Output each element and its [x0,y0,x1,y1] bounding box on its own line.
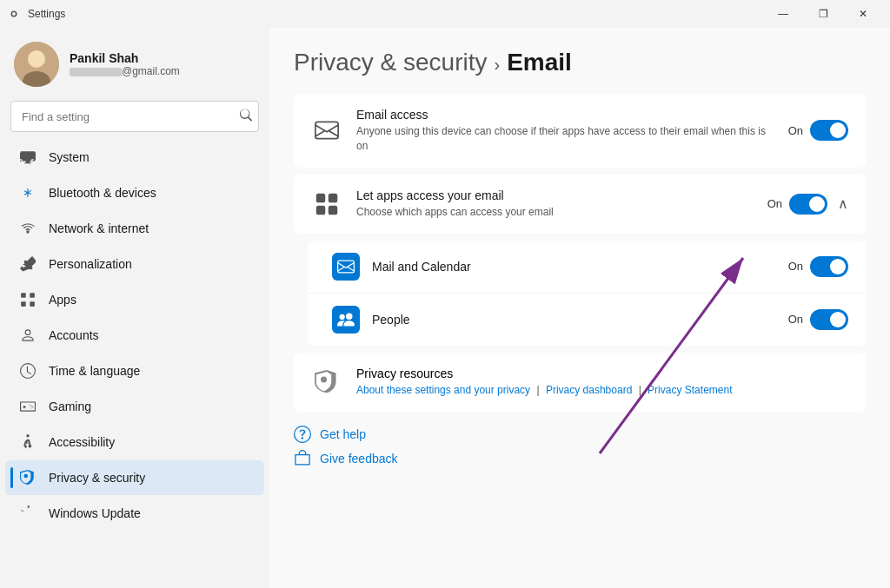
update-icon [19,505,37,522]
mail-calendar-control: On [788,256,848,277]
sidebar-label-personalization: Personalization [49,257,132,271]
let-apps-card: Let apps access your email Choose which … [294,175,866,234]
toggle-track-3 [810,256,848,277]
svg-rect-5 [21,301,26,307]
toggle-track-4 [810,309,848,330]
breadcrumb-separator: › [495,55,501,75]
apps-icon [19,291,37,308]
about-link[interactable]: About these settings and your privacy [356,384,530,396]
email-access-toggle[interactable] [810,120,848,141]
feedback-icon [294,450,311,467]
profile-name: Pankil Shah [70,51,180,65]
let-apps-toggle[interactable] [789,194,827,215]
mail-calendar-toggle-label: On [788,260,803,273]
accessibility-icon [19,433,37,451]
toggle-track [810,120,848,141]
svg-rect-6 [30,301,35,307]
sidebar-item-accounts[interactable]: Accounts [5,318,264,353]
sidebar-item-bluetooth[interactable]: Bluetooth & devices [5,175,264,210]
mail-app-icon [332,253,360,281]
get-help-icon [294,426,311,443]
svg-point-1 [28,50,45,68]
brush-icon [19,255,37,273]
mail-calendar-toggle[interactable] [810,256,848,277]
email-access-toggle-label: On [788,124,803,137]
sidebar-item-privacy[interactable]: Privacy & security [5,460,264,495]
sidebar-item-network[interactable]: Network & internet [5,211,264,246]
privacy-resources-card: Privacy resources About these settings a… [294,353,866,412]
settings-icon [7,7,21,21]
email-access-text: Email access Anyone using this device ca… [356,108,774,154]
resources-text: Privacy resources About these settings a… [356,367,732,396]
sidebar-label-network: Network & internet [49,221,149,235]
maximize-button[interactable]: ❐ [803,0,843,28]
profile-section: Pankil Shah @gmail.com [0,28,269,97]
bluetooth-icon [19,184,37,202]
search-input[interactable] [10,101,259,132]
people-row: People On [308,294,866,346]
email-access-title: Email access [356,108,774,122]
let-apps-text: Let apps access your email Choose which … [356,188,754,220]
search-button[interactable] [240,109,252,124]
title-bar: Settings — ❐ ✕ [0,0,890,28]
time-icon [19,362,37,380]
avatar [14,42,59,87]
sidebar-label-apps: Apps [49,293,76,307]
sidebar-label-gaming: Gaming [49,400,91,413]
email-access-desc: Anyone using this device can choose if t… [356,124,774,154]
main-content: Privacy & security › Email Email access … [269,28,890,588]
sidebar-label-accounts: Accounts [49,328,99,342]
expand-icon[interactable]: ∧ [838,195,848,212]
apps-grid-icon [311,188,342,220]
sidebar-item-gaming[interactable]: Gaming [5,389,264,424]
people-toggle-label: On [788,313,803,326]
mail-calendar-label: Mail and Calendar [372,260,776,274]
mail-calendar-row: Mail and Calendar On [308,241,866,294]
page-title: Email [507,49,572,76]
email-icon [311,115,342,146]
sidebar-label-time: Time & language [49,364,140,378]
monitor-icon [19,149,37,166]
people-toggle[interactable] [810,309,848,330]
sidebar-label-system: System [49,150,90,164]
let-apps-row: Let apps access your email Choose which … [294,175,866,234]
dashboard-link[interactable]: Privacy dashboard [546,384,632,396]
sidebar-item-system[interactable]: System [5,140,264,175]
search-icon [240,109,252,122]
search-container [10,101,259,132]
sidebar-item-update[interactable]: Windows Update [5,496,264,531]
email-access-control: On [788,120,848,141]
help-section: Get help Give feedback [294,422,866,471]
people-control: On [788,309,848,330]
sidebar-item-accessibility[interactable]: Accessibility [5,425,264,459]
sidebar-label-update: Windows Update [49,506,141,520]
accounts-icon [19,327,37,344]
people-app-icon [332,306,360,334]
resources-links: About these settings and your privacy | … [356,384,732,396]
close-button[interactable]: ✕ [843,0,883,28]
sub-apps-card: Mail and Calendar On [308,241,866,346]
toggle-thumb [830,122,846,138]
sidebar-label-bluetooth: Bluetooth & devices [49,186,156,200]
let-apps-title: Let apps access your email [356,188,754,202]
wifi-icon [19,220,37,237]
resources-title: Privacy resources [356,367,732,380]
sidebar: Pankil Shah @gmail.com System [0,28,269,588]
window-controls: — ❐ ✕ [763,0,883,28]
sidebar-item-apps[interactable]: Apps [5,282,264,317]
minimize-button[interactable]: — [763,0,803,28]
svg-rect-4 [30,293,35,298]
sidebar-item-personalization[interactable]: Personalization [5,247,264,281]
let-apps-toggle-label: On [767,197,782,210]
people-label: People [372,313,776,327]
give-feedback-link[interactable]: Give feedback [294,446,866,471]
toggle-thumb-3 [830,259,846,274]
get-help-link[interactable]: Get help [294,422,866,446]
sidebar-item-time[interactable]: Time & language [5,353,264,388]
sidebar-nav: System Bluetooth & devices Network & int… [0,139,269,532]
let-apps-control: On ∧ [767,194,848,215]
gaming-icon [19,398,37,415]
profile-info: Pankil Shah @gmail.com [70,51,180,77]
statement-link[interactable]: Privacy Statement [648,384,732,396]
privacy-resources-icon [311,367,342,398]
